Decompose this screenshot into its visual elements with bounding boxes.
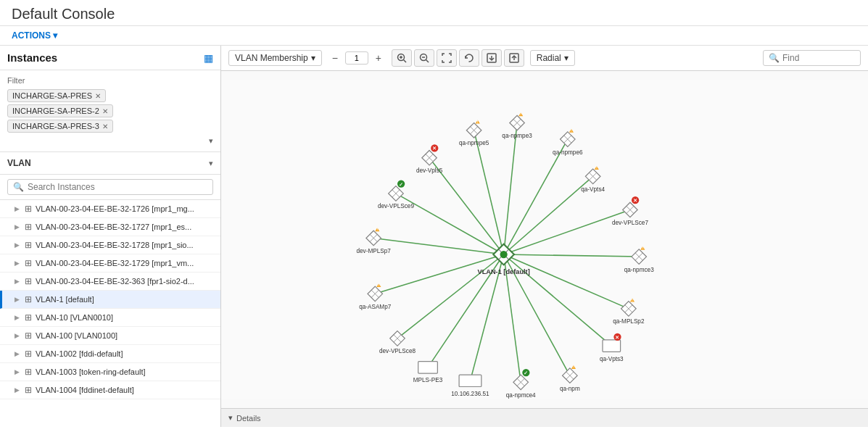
svg-text:qa-npmpe3: qa-npmpe3 (502, 133, 532, 139)
svg-text:qa-Vpts3: qa-Vpts3 (600, 356, 624, 362)
search-input[interactable] (28, 182, 207, 192)
item-text: VLAN-1003 [token-ring-default] (36, 367, 146, 376)
filter-expand-icon[interactable]: ▾ (209, 136, 213, 145)
svg-text:dev-VPLSce8: dev-VPLSce8 (379, 348, 416, 354)
svg-line-1 (403, 60, 406, 63)
instances-title: Instances (7, 51, 57, 64)
svg-text:!: ! (573, 365, 574, 369)
filter-tag-1-remove[interactable]: ✕ (95, 92, 101, 100)
chevron-icon: ▶ (15, 368, 20, 375)
list-item[interactable]: ▶ ⊞ VLAN-00-23-04-EE-BE-32-1726 [mpr1_mg… (0, 200, 220, 218)
chevron-icon: ▶ (15, 350, 20, 357)
left-panel: Instances ▦ Filter INCHARGE-SA-PRES ✕ IN… (0, 46, 221, 427)
zoom-input[interactable] (345, 51, 368, 65)
filter-tag-3-remove[interactable]: ✕ (102, 122, 108, 130)
view-select[interactable]: VLAN Membership ▾ (228, 50, 322, 66)
chevron-icon: ▶ (15, 205, 20, 212)
list-item[interactable]: ▶ ⊞ VLAN-100 [VLAN0100] (0, 327, 220, 345)
details-chevron-icon: ▾ (228, 413, 233, 423)
svg-text:qa-ASAMp7: qa-ASAMp7 (359, 304, 392, 310)
filter-tag-2-remove[interactable]: ✕ (102, 107, 108, 115)
list-item[interactable]: ▶ ⊞ VLAN-10 [VLAN0010] (0, 309, 220, 327)
node-icon: ⊞ (25, 349, 32, 359)
zoom-out-button[interactable] (414, 49, 434, 67)
svg-rect-127 (418, 362, 438, 373)
main-layout: Instances ▦ Filter INCHARGE-SA-PRES ✕ IN… (0, 46, 868, 427)
chevron-icon: ▶ (15, 332, 20, 339)
vlan-label: VLAN (7, 158, 31, 168)
refresh-button[interactable] (459, 49, 479, 67)
svg-text:✓: ✓ (524, 370, 528, 376)
search-icon: 🔍 (13, 182, 24, 192)
icon-buttons (392, 49, 524, 67)
zoom-in-button[interactable] (392, 49, 412, 67)
details-bar[interactable]: ▾ Details (221, 408, 868, 427)
list-item-active[interactable]: ▶ ⊞ VLAN-1 [default] (0, 291, 220, 309)
actions-label: ACTIONS (12, 30, 51, 41)
chevron-icon: ▶ (15, 278, 20, 285)
svg-text:!: ! (632, 298, 633, 302)
filter-icon[interactable]: ▦ (204, 52, 213, 64)
list-item[interactable]: ▶ ⊞ VLAN-00-23-04-EE-BE-32-1727 [mpr1_es… (0, 218, 220, 236)
svg-line-5 (426, 60, 429, 63)
list-item[interactable]: ▶ ⊞ VLAN-1004 [fddinet-default] (0, 381, 220, 399)
find-wrap: 🔍 (763, 50, 861, 66)
svg-text:!: ! (571, 128, 572, 133)
list-item[interactable]: ▶ ⊞ VLAN-1002 [fddi-default] (0, 345, 220, 363)
svg-text:qa-npmce3: qa-npmce3 (624, 267, 654, 273)
search-section: 🔍 (0, 175, 220, 200)
graph-area[interactable]: ! qa-npmpe5 ! qa-npmpe3 (221, 71, 868, 408)
filter-tag-3: INCHARGE-SA-PRES-3 ✕ (7, 120, 113, 133)
list-item[interactable]: ▶ ⊞ VLAN-00-23-04-EE-BE-32-1729 [mpr1_vm… (0, 254, 220, 273)
export-button[interactable] (504, 49, 524, 67)
svg-text:qa-npmpe6: qa-npmpe6 (553, 149, 583, 156)
node-icon: ⊞ (25, 204, 32, 214)
item-text: VLAN-1002 [fddi-default] (36, 349, 123, 358)
list-item[interactable]: ▶ ⊞ VLAN-00-23-04-EE-BE-32-363 [fpr1-sio… (0, 273, 220, 291)
vlan-chevron-icon: ▾ (209, 159, 213, 168)
node-icon: ⊞ (25, 294, 32, 304)
node-icon: ⊞ (25, 385, 32, 395)
import-button[interactable] (481, 49, 502, 67)
search-input-wrap: 🔍 (7, 179, 213, 195)
node-icon: ⊞ (25, 276, 32, 286)
instances-list: ▶ ⊞ VLAN-00-23-04-EE-BE-32-1726 [mpr1_mg… (0, 200, 220, 427)
filter-label: Filter (7, 76, 213, 85)
svg-text:✓: ✓ (399, 182, 403, 188)
svg-text:dev-MPLSp7: dev-MPLSp7 (357, 248, 392, 254)
svg-text:qa-npmpe5: qa-npmpe5 (459, 140, 489, 146)
svg-point-152 (500, 251, 507, 258)
zoom-plus-button[interactable]: + (371, 51, 386, 65)
zoom-controls: − + (328, 51, 386, 65)
toolbar: VLAN Membership ▾ − + (221, 46, 868, 71)
layout-select[interactable]: Radial ▾ (530, 50, 575, 66)
filter-tag-2-text: INCHARGE-SA-PRES-2 (12, 107, 99, 115)
chevron-icon: ▶ (15, 223, 20, 230)
actions-button[interactable]: ACTIONS ▾ (12, 30, 57, 41)
fit-button[interactable] (437, 49, 457, 67)
view-chevron-icon: ▾ (311, 53, 315, 63)
item-text: VLAN-00-23-04-EE-BE-32-1729 [mpr1_vm... (36, 259, 194, 267)
chevron-icon: ▶ (15, 314, 20, 321)
right-panel: VLAN Membership ▾ − + (221, 46, 868, 427)
item-text: VLAN-10 [VLAN0010] (36, 313, 113, 322)
layout-label: Radial (537, 53, 561, 63)
find-icon: 🔍 (769, 53, 780, 63)
instances-header: Instances ▦ (0, 46, 220, 70)
svg-text:qa-Vpts4: qa-Vpts4 (581, 186, 605, 193)
node-icon: ⊞ (25, 312, 32, 323)
node-icon: ⊞ (25, 367, 32, 377)
page-title: Default Console (12, 6, 856, 22)
chevron-icon: ▶ (15, 241, 20, 249)
filter-tag-1-text: INCHARGE-SA-PRES (12, 91, 92, 100)
vlan-section[interactable]: VLAN ▾ (0, 152, 220, 175)
find-input[interactable] (782, 53, 855, 63)
svg-text:MPLS-PE3: MPLS-PE3 (413, 377, 443, 383)
item-text: VLAN-00-23-04-EE-BE-32-1727 [mpr1_es... (36, 223, 191, 231)
list-item[interactable]: ▶ ⊞ VLAN-1003 [token-ring-default] (0, 363, 220, 381)
svg-text:qa-npmce4: qa-npmce4 (506, 392, 536, 399)
list-item[interactable]: ▶ ⊞ VLAN-00-23-04-EE-BE-32-1728 [mpr1_si… (0, 236, 220, 254)
zoom-minus-button[interactable]: − (328, 51, 342, 65)
svg-text:dev-Vpls5: dev-Vpls5 (416, 167, 443, 174)
svg-text:!: ! (477, 120, 479, 124)
